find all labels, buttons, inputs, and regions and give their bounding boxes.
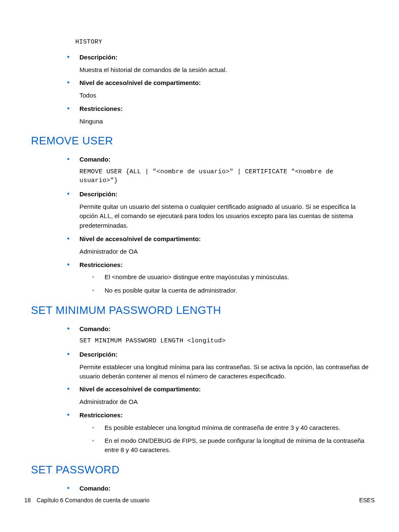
body-text: Permite quitar un usuario del sistema o … (79, 202, 374, 230)
footer-lang: ESES (359, 496, 375, 504)
code-block: REMOVE USER {ALL | "<nombre de usuario>"… (79, 167, 374, 186)
remove-user-comando-item: Comando: REMOVE USER {ALL | "<nombre de … (67, 155, 374, 185)
label: Restricciones: (79, 104, 374, 113)
body-text: Todos (79, 91, 374, 100)
set-password-comando-item: Comando: (67, 484, 374, 493)
sub-item: En el modo ON/DEBUG de FIPS, se puede co… (92, 436, 374, 455)
page-footer: 18 Capítulo 6 Comandos de cuenta de usua… (24, 496, 375, 504)
set-min-pwd-heading: SET MINIMUM PASSWORD LENGTH (31, 303, 374, 319)
document-page: HISTORY Descripción: Muestra el historia… (25, 38, 374, 497)
body-text: Administrador de OA (79, 247, 374, 256)
set-password-list: Comando: (67, 484, 374, 493)
set-min-pwd-restricciones-item: Restricciones: Es posible establecer una… (67, 411, 374, 455)
body-text: Permite establecer una longitud mínima p… (79, 362, 374, 381)
set-min-pwd-comando-item: Comando: SET MINIMUM PASSWORD LENGTH <lo… (67, 324, 374, 346)
sub-list: El <nombre de usuario> distingue entre m… (92, 272, 374, 295)
history-restricciones-item: Restricciones: Ninguna (67, 104, 374, 126)
label: Comando: (79, 324, 374, 334)
body-text: Administrador de OA (79, 397, 374, 406)
sub-item: Es posible establecer una longitud mínim… (92, 423, 374, 432)
history-list: Descripción: Muestra el historial de com… (67, 53, 374, 126)
remove-user-nivel-item: Nivel de acceso/nivel de compartimento: … (67, 234, 374, 256)
history-descripcion-item: Descripción: Muestra el historial de com… (67, 53, 374, 75)
remove-user-restricciones-item: Restricciones: El <nombre de usuario> di… (67, 260, 374, 295)
label: Nivel de acceso/nivel de compartimento: (79, 385, 374, 394)
sub-item: El <nombre de usuario> distingue entre m… (92, 272, 374, 282)
body-text: Ninguna (79, 117, 374, 126)
footer-left: 18 Capítulo 6 Comandos de cuenta de usua… (24, 496, 150, 504)
label: Nivel de acceso/nivel de compartimento: (79, 234, 374, 244)
inline-code-all: ALL (100, 213, 111, 220)
label: Comando: (79, 155, 374, 164)
label: Nivel de acceso/nivel de compartimento: (79, 78, 374, 87)
code-block: SET MINIMUM PASSWORD LENGTH <longitud> (79, 337, 374, 346)
history-code: HISTORY (75, 38, 374, 47)
remove-user-heading: REMOVE USER (31, 133, 374, 149)
chapter-title: Capítulo 6 Comandos de cuenta de usuario (37, 496, 150, 504)
label: Comando: (79, 484, 374, 493)
set-password-heading: SET PASSWORD (31, 462, 374, 478)
body-text: Muestra el historial de comandos de la s… (79, 65, 374, 75)
body-part-2: , el comando se ejecutará para todos los… (79, 212, 353, 229)
label: Descripción: (79, 53, 374, 62)
set-min-pwd-nivel-item: Nivel de acceso/nivel de compartimento: … (67, 385, 374, 406)
remove-user-descripcion-item: Descripción: Permite quitar un usuario d… (67, 190, 374, 230)
label: Restricciones: (79, 260, 374, 270)
page-number: 18 (24, 496, 31, 504)
history-nivel-item: Nivel de acceso/nivel de compartimento: … (67, 78, 374, 100)
set-min-pwd-descripcion-item: Descripción: Permite establecer una long… (67, 350, 374, 380)
label: Descripción: (79, 190, 374, 199)
remove-user-list: Comando: REMOVE USER {ALL | "<nombre de … (67, 155, 374, 295)
sub-item: No es posible quitar la cuenta de admini… (92, 286, 374, 295)
sub-list: Es posible establecer una longitud mínim… (92, 423, 374, 455)
set-min-pwd-list: Comando: SET MINIMUM PASSWORD LENGTH <lo… (67, 324, 374, 455)
label: Restricciones: (79, 411, 374, 420)
label: Descripción: (79, 350, 374, 359)
